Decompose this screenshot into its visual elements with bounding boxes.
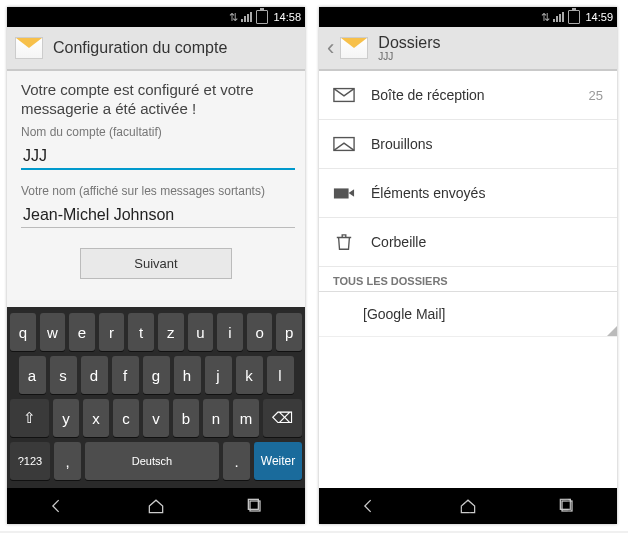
key-q[interactable]: q (10, 313, 36, 351)
key-t[interactable]: t (128, 313, 154, 351)
key-f[interactable]: f (112, 356, 139, 394)
key-r[interactable]: r (99, 313, 125, 351)
action-bar[interactable]: ‹ Dossiers JJJ (319, 27, 617, 71)
key-j[interactable]: j (205, 356, 232, 394)
key-y[interactable]: y (53, 399, 79, 437)
trash-icon (333, 234, 355, 250)
action-title: Configuration du compte (53, 39, 227, 57)
account-name-label: Nom du compte (facultatif) (21, 125, 291, 139)
all-folders-header: TOUS LES DOSSIERS (319, 267, 617, 292)
folder-label: Boîte de réception (371, 87, 485, 103)
folder-label: Corbeille (371, 234, 426, 250)
key-,[interactable]: , (54, 442, 81, 480)
nav-bar (7, 488, 305, 524)
signal-icon (240, 11, 254, 23)
key-⇧[interactable]: ⇧ (10, 399, 49, 437)
back-chevron-icon[interactable]: ‹ (327, 35, 334, 61)
key-i[interactable]: i (217, 313, 243, 351)
status-bar: ⇅ 14:59 (319, 7, 617, 27)
status-time: 14:59 (585, 11, 613, 23)
upload-indicator-icon: ⇅ (229, 11, 238, 24)
nav-back-button[interactable] (45, 494, 69, 518)
nav-home-button[interactable] (144, 494, 168, 518)
account-name-input[interactable] (21, 141, 295, 170)
key-b[interactable]: b (173, 399, 199, 437)
your-name-input[interactable] (21, 200, 295, 228)
key-c[interactable]: c (113, 399, 139, 437)
key-p[interactable]: p (276, 313, 302, 351)
key-k[interactable]: k (236, 356, 263, 394)
folder-row-inbox[interactable]: Boîte de réception25 (319, 71, 617, 120)
mail-app-icon (340, 37, 368, 59)
key-.[interactable]: . (223, 442, 250, 480)
key-a[interactable]: a (19, 356, 46, 394)
status-time: 14:58 (273, 11, 301, 23)
your-name-label: Votre nom (affiché sur les messages sort… (21, 184, 291, 198)
phone-right: ⇅ 14:59 ‹ Dossiers JJJ Boîte de réceptio… (319, 7, 617, 524)
key-n[interactable]: n (203, 399, 229, 437)
action-bar: Configuration du compte (7, 27, 305, 71)
folder-label: Brouillons (371, 136, 432, 152)
key-z[interactable]: z (158, 313, 184, 351)
watermark: ANDROIDPIT (456, 493, 614, 521)
key-m[interactable]: m (233, 399, 259, 437)
key-l[interactable]: l (267, 356, 294, 394)
setup-success-text: Votre compte est configuré et votre mess… (21, 81, 291, 119)
folder-label: Éléments envoyés (371, 185, 485, 201)
folder-count: 25 (589, 88, 603, 103)
phone-left: ⇅ 14:58 Configuration du compte Votre co… (7, 7, 305, 524)
next-button[interactable]: Suivant (80, 248, 232, 279)
key-v[interactable]: v (143, 399, 169, 437)
folder-list: Boîte de réception25BrouillonsÉléments e… (319, 71, 617, 488)
folder-row-drafts[interactable]: Brouillons (319, 120, 617, 169)
key-e[interactable]: e (69, 313, 95, 351)
sent-icon (333, 185, 355, 201)
key-x[interactable]: x (83, 399, 109, 437)
key-h[interactable]: h (174, 356, 201, 394)
key-s[interactable]: s (50, 356, 77, 394)
google-mail-row[interactable]: [Google Mail] (319, 292, 617, 337)
action-title: Dossiers (378, 34, 440, 52)
svg-rect-4 (334, 188, 349, 198)
keyboard[interactable]: qwertzuiop asdfghjkl ⇧yxcvbnm⌫ ?123,Deut… (7, 307, 305, 488)
battery-icon (568, 10, 580, 24)
nav-recent-button[interactable] (243, 494, 267, 518)
key-g[interactable]: g (143, 356, 170, 394)
key-u[interactable]: u (188, 313, 214, 351)
nav-back-button[interactable] (357, 494, 381, 518)
key-d[interactable]: d (81, 356, 108, 394)
folder-row-trash[interactable]: Corbeille (319, 218, 617, 267)
upload-indicator-icon: ⇅ (541, 11, 550, 24)
inbox-icon (333, 87, 355, 103)
drafts-icon (333, 136, 355, 152)
status-bar: ⇅ 14:58 (7, 7, 305, 27)
battery-icon (256, 10, 268, 24)
folder-row-sent[interactable]: Éléments envoyés (319, 169, 617, 218)
key-w[interactable]: w (40, 313, 66, 351)
key-?123[interactable]: ?123 (10, 442, 50, 480)
action-subtitle: JJJ (378, 51, 440, 62)
mail-app-icon (15, 37, 43, 59)
key-Weiter[interactable]: Weiter (254, 442, 302, 480)
signal-icon (552, 11, 566, 23)
key-⌫[interactable]: ⌫ (263, 399, 302, 437)
key-Deutsch[interactable]: Deutsch (85, 442, 219, 480)
setup-content: Votre compte est configuré et votre mess… (7, 71, 305, 307)
key-o[interactable]: o (247, 313, 273, 351)
